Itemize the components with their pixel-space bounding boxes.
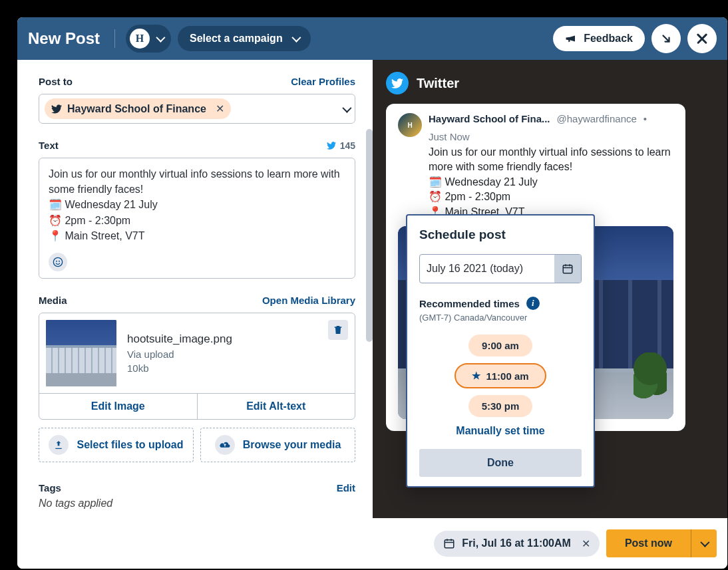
tags-empty-text: No tags applied [39,498,355,509]
delete-media-button[interactable] [328,320,348,340]
media-metadata: hootsuite_image.png Via upload 10kb [127,320,232,386]
scheduled-time-text: Fri, Jul 16 at 11:00AM [462,537,571,549]
schedule-popover: Schedule post July 16 2021 (today) Recom… [406,214,595,488]
browse-media-label: Browse your media [243,439,341,451]
chevron-down-icon [342,103,351,112]
schedule-date-value: July 16 2021 (today) [427,263,523,275]
svg-point-0 [53,257,62,266]
divider [114,29,115,48]
feedback-label: Feedback [584,33,633,45]
schedule-done-button[interactable]: Done [419,449,582,477]
recommended-times: 9:00 am ★ 11:00 am 5:30 pm Manually set … [419,335,582,437]
timezone-text: (GMT-7) Canada/Vancouver [419,313,582,323]
brand-selector[interactable]: H [126,25,171,53]
brand-logo-icon: H [130,29,150,49]
twitter-platform-icon [386,72,409,94]
tweet-header: Hayward School of Fina... @haywardfinanc… [429,113,673,142]
tweet-text: Join us for our monthly virtual info ses… [429,145,673,219]
scheduled-time-chip[interactable]: Fri, Jul 16 at 11:00AM ✕ [434,531,600,557]
selected-profile-chip: Hayward School of Finance ✕ [45,98,231,119]
schedule-date-input[interactable]: July 16 2021 (today) [419,254,582,283]
media-header: Media Open Media Library [39,295,355,306]
post-time: Just Now [429,131,470,142]
calendar-icon [562,263,574,275]
cloud-icon [215,435,235,455]
campaign-selector[interactable]: Select a campaign [178,26,311,51]
media-filename: hootsuite_image.png [127,333,232,346]
post-now-button[interactable]: Post now [606,529,717,557]
post-now-label: Post now [606,529,691,557]
media-filesize: 10kb [127,362,232,374]
calendar-icon [443,537,455,549]
twitter-icon [51,104,62,114]
tags-section: Tags Edit No tags applied [39,482,355,509]
time-option-label: 11:00 am [486,370,528,382]
profile-name: Hayward School of Finance [67,103,206,115]
chevron-down-icon [156,33,165,43]
open-media-library-link[interactable]: Open Media Library [262,295,355,306]
select-files-button[interactable]: Select files to upload [39,428,194,462]
time-option[interactable]: 9:00 am [468,335,532,356]
tags-edit-link[interactable]: Edit [337,482,355,494]
preview-panel: Twitter H Hayward School of Fina... @hay… [373,60,727,569]
media-label: Media [39,295,67,306]
upload-icon [49,435,69,455]
post-options-dropdown[interactable] [691,529,717,557]
chevron-down-icon [700,538,709,547]
tags-label: Tags [39,482,61,494]
media-thumbnail [46,320,116,386]
modal-header: New Post H Select a campaign Feedback [17,17,727,60]
modal-footer: Fri, Jul 16 at 11:00AM ✕ Post now [373,518,727,569]
avatar: H [398,113,422,137]
compose-modal: New Post H Select a campaign Feedback Po… [17,17,727,569]
time-option-selected[interactable]: ★ 11:00 am [455,363,546,388]
schedule-title: Schedule post [419,227,582,242]
profile-selector[interactable]: Hayward School of Finance ✕ [39,94,355,124]
chevron-down-icon [291,33,301,43]
svg-point-1 [56,261,57,262]
svg-rect-3 [563,265,572,273]
clear-schedule-button[interactable]: ✕ [582,537,590,550]
close-button[interactable] [687,24,717,53]
close-icon [696,33,708,45]
post-to-header: Post to Clear Profiles [39,76,355,87]
text-label: Text [39,140,59,151]
browse-media-button[interactable]: Browse your media [200,428,355,462]
char-count-value: 145 [340,140,355,151]
scrollbar[interactable] [366,129,373,342]
minimize-button[interactable] [651,24,681,53]
modal-title: New Post [28,29,100,48]
edit-image-button[interactable]: Edit Image [39,394,197,419]
svg-point-2 [59,261,60,262]
star-icon: ★ [472,370,480,382]
megaphone-icon [565,33,577,44]
time-option[interactable]: 5:30 pm [468,395,533,417]
twitter-icon [327,142,336,150]
svg-rect-4 [445,540,455,548]
account-name: Hayward School of Fina... [429,113,550,124]
clear-profiles-link[interactable]: Clear Profiles [291,76,355,87]
media-source: Via upload [127,349,232,360]
media-action-row: Edit Image Edit Alt-text [39,393,355,419]
recommended-label: Recommended times [419,298,520,309]
select-files-label: Select files to upload [77,439,183,451]
calendar-button[interactable] [554,255,581,283]
edit-alt-text-button[interactable]: Edit Alt-text [197,394,355,419]
compose-panel: Post to Clear Profiles Hayward School of… [17,60,373,569]
platform-header: Twitter [386,72,714,94]
media-attachment-card: hootsuite_image.png Via upload 10kb Edit… [39,313,355,420]
upload-options: Select files to upload Browse your media [39,428,355,462]
arrow-down-right-icon [660,33,672,45]
manual-time-link[interactable]: Manually set time [456,425,544,437]
emoji-picker-button[interactable] [49,253,67,271]
remove-profile-button[interactable]: ✕ [216,102,224,115]
trash-icon [333,325,343,335]
modal-body: Post to Clear Profiles Hayward School of… [17,60,727,569]
feedback-button[interactable]: Feedback [553,26,645,51]
account-handle: @haywardfinance [557,113,637,124]
post-text-input[interactable]: Join us for our monthly virtual info ses… [49,166,345,243]
char-counter: 145 [327,140,355,151]
text-header: Text 145 [39,140,355,151]
info-button[interactable]: i [526,297,540,310]
text-area-wrapper: Join us for our monthly virtual info ses… [39,158,355,279]
